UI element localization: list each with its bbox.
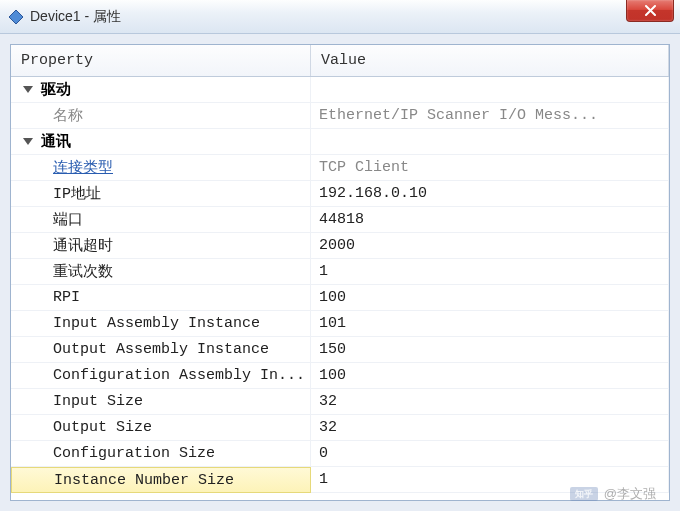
- header-property[interactable]: Property: [11, 45, 311, 76]
- row-input-size[interactable]: Input Size 32: [11, 389, 669, 415]
- prop-label: 名称: [11, 103, 311, 129]
- prop-value[interactable]: 44818: [311, 207, 669, 233]
- group-comm[interactable]: 通讯: [11, 129, 669, 155]
- window-title: Device1 - 属性: [30, 8, 121, 26]
- prop-label: Output Size: [11, 415, 311, 441]
- prop-label: 重试次数: [11, 259, 311, 285]
- prop-label: 端口: [11, 207, 311, 233]
- svg-marker-0: [9, 10, 23, 24]
- prop-value[interactable]: 2000: [311, 233, 669, 259]
- prop-label: Input Assembly Instance: [11, 311, 311, 337]
- close-icon: [645, 5, 656, 16]
- prop-label: Output Assembly Instance: [11, 337, 311, 363]
- app-icon: [8, 9, 24, 25]
- row-input-asm[interactable]: Input Assembly Instance 101: [11, 311, 669, 337]
- close-button[interactable]: [626, 0, 674, 22]
- prop-value[interactable]: 1: [311, 259, 669, 285]
- titlebar: Device1 - 属性: [0, 0, 680, 34]
- row-rpi[interactable]: RPI 100: [11, 285, 669, 311]
- prop-value[interactable]: 192.168.0.10: [311, 181, 669, 207]
- prop-label: Input Size: [11, 389, 311, 415]
- prop-label: RPI: [11, 285, 311, 311]
- prop-value[interactable]: 100: [311, 363, 669, 389]
- prop-label: 连接类型: [53, 158, 113, 177]
- prop-value[interactable]: 100: [311, 285, 669, 311]
- row-output-asm[interactable]: Output Assembly Instance 150: [11, 337, 669, 363]
- prop-value: TCP Client: [311, 155, 669, 181]
- row-driver-name[interactable]: 名称 Ethernet/IP Scanner I/O Mess...: [11, 103, 669, 129]
- prop-value: Ethernet/IP Scanner I/O Mess...: [311, 103, 669, 129]
- prop-label: Configuration Assembly In...: [11, 363, 311, 389]
- prop-label: IP地址: [11, 181, 311, 207]
- prop-value[interactable]: 32: [311, 415, 669, 441]
- row-config-size[interactable]: Configuration Size 0: [11, 441, 669, 467]
- chevron-down-icon: [23, 138, 33, 145]
- grid-rows: 驱动 名称 Ethernet/IP Scanner I/O Mess... 通讯…: [11, 77, 669, 500]
- prop-value[interactable]: 32: [311, 389, 669, 415]
- prop-label: Configuration Size: [11, 441, 311, 467]
- row-port[interactable]: 端口 44818: [11, 207, 669, 233]
- row-ip[interactable]: IP地址 192.168.0.10: [11, 181, 669, 207]
- row-output-size[interactable]: Output Size 32: [11, 415, 669, 441]
- row-inst-num-size[interactable]: Instance Number Size 1: [11, 467, 669, 493]
- prop-label: 通讯超时: [11, 233, 311, 259]
- property-grid: Property Value 驱动 名称 Ethernet/IP Scanner…: [10, 44, 670, 501]
- prop-value[interactable]: 101: [311, 311, 669, 337]
- chevron-down-icon: [23, 86, 33, 93]
- group-driver[interactable]: 驱动: [11, 77, 669, 103]
- prop-value[interactable]: 1: [311, 467, 669, 493]
- grid-header: Property Value: [11, 45, 669, 77]
- row-conn-type[interactable]: 连接类型 TCP Client: [11, 155, 669, 181]
- prop-value[interactable]: 150: [311, 337, 669, 363]
- row-retry[interactable]: 重试次数 1: [11, 259, 669, 285]
- prop-value[interactable]: 0: [311, 441, 669, 467]
- prop-label: Instance Number Size: [11, 467, 311, 493]
- row-config-asm[interactable]: Configuration Assembly In... 100: [11, 363, 669, 389]
- header-value[interactable]: Value: [311, 45, 669, 76]
- row-timeout[interactable]: 通讯超时 2000: [11, 233, 669, 259]
- dialog-body: Property Value 驱动 名称 Ethernet/IP Scanner…: [0, 34, 680, 511]
